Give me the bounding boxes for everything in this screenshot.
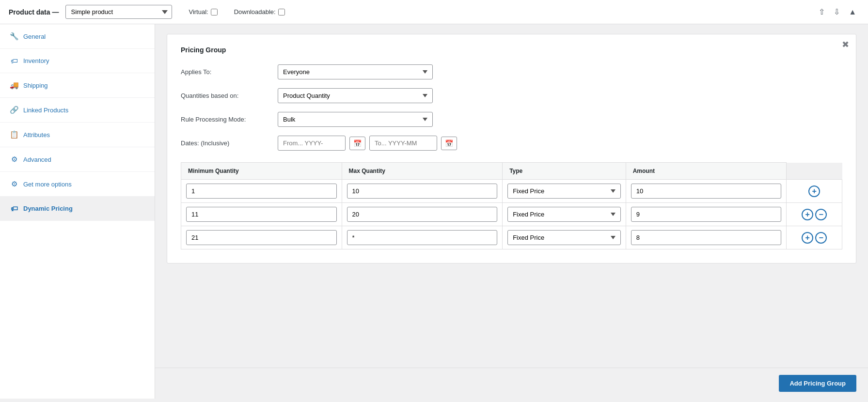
dates-row: Dates: (Inclusive) 📅 📅	[181, 136, 842, 151]
col-max-qty: Max Quantity	[342, 163, 503, 180]
applies-to-label: Applies To:	[181, 68, 278, 76]
sidebar-item-linked-products[interactable]: 🔗 Linked Products	[0, 98, 155, 123]
pricing-group-title: Pricing Group	[181, 46, 842, 54]
table-row: Fixed PricePercentagePrice Adjustment+−	[181, 226, 842, 249]
min-qty-input[interactable]	[186, 184, 337, 199]
type-select[interactable]: Fixed PricePercentagePrice Adjustment	[507, 184, 621, 199]
close-pricing-group-button[interactable]: ✖	[842, 40, 849, 49]
dynamic-pricing-icon: 🏷	[10, 204, 18, 213]
sidebar-label-dynamic-pricing: Dynamic Pricing	[23, 205, 73, 212]
row-actions-cell: +−	[787, 203, 842, 226]
attributes-icon: 📋	[10, 130, 18, 139]
bottom-bar: Add Pricing Group	[155, 368, 868, 399]
link-icon: 🔗	[10, 106, 18, 114]
row-actions-cell: +	[787, 180, 842, 203]
sidebar-item-dynamic-pricing[interactable]: 🏷 Dynamic Pricing	[0, 197, 155, 221]
product-data-label: Product data —	[9, 8, 59, 16]
col-actions	[787, 163, 842, 180]
main-layout: 🔧 General 🏷 Inventory 🚚 Shipping 🔗 Linke…	[0, 24, 868, 399]
inventory-icon: 🏷	[10, 57, 18, 65]
sidebar: 🔧 General 🏷 Inventory 🚚 Shipping 🔗 Linke…	[0, 24, 155, 399]
row-actions: +−	[791, 209, 837, 220]
wrench-icon: 🔧	[10, 32, 18, 41]
type-select[interactable]: Fixed PricePercentagePrice Adjustment	[507, 230, 621, 245]
table-row: Fixed PricePercentagePrice Adjustment+−	[181, 203, 842, 226]
sidebar-label-attributes: Attributes	[23, 131, 50, 139]
quantities-row: Quantities based on: Product Quantity Ca…	[181, 88, 842, 103]
remove-row-button[interactable]: −	[815, 232, 827, 244]
min-qty-input[interactable]	[186, 230, 337, 245]
downloadable-checkbox[interactable]	[278, 9, 285, 15]
calendar-from-button[interactable]: 📅	[349, 137, 365, 150]
sidebar-item-shipping[interactable]: 🚚 Shipping	[0, 73, 155, 98]
downloadable-checkbox-group: Downloadable:	[234, 8, 285, 15]
dates-label: Dates: (Inclusive)	[181, 139, 278, 147]
sidebar-item-general[interactable]: 🔧 General	[0, 24, 155, 49]
add-row-button[interactable]: +	[808, 186, 820, 197]
add-row-button[interactable]: +	[802, 232, 813, 244]
amount-input[interactable]	[631, 207, 782, 222]
col-amount: Amount	[626, 163, 787, 180]
row-actions: +	[791, 186, 837, 197]
row-actions: +−	[791, 232, 837, 244]
max-qty-input[interactable]	[347, 230, 498, 245]
sidebar-item-advanced[interactable]: ⚙ Advanced	[0, 147, 155, 172]
product-data-header: Product data — Simple productVariable pr…	[0, 0, 868, 24]
calendar-to-button[interactable]: 📅	[441, 137, 457, 150]
amount-input[interactable]	[631, 184, 782, 199]
sidebar-label-get-more-options: Get more options	[23, 181, 72, 188]
arrow-expand-button[interactable]: ▲	[846, 6, 859, 17]
add-pricing-group-button[interactable]: Add Pricing Group	[779, 375, 856, 392]
advanced-icon: ⚙	[10, 155, 18, 164]
max-qty-input[interactable]	[347, 207, 498, 222]
shipping-icon: 🚚	[10, 81, 18, 90]
col-type: Type	[503, 163, 626, 180]
amount-input[interactable]	[631, 230, 782, 245]
sidebar-label-linked-products: Linked Products	[23, 107, 68, 114]
table-row: Fixed PricePercentagePrice Adjustment+	[181, 180, 842, 203]
type-select[interactable]: Fixed PricePercentagePrice Adjustment	[507, 207, 621, 222]
row-actions-cell: +−	[787, 226, 842, 249]
quantities-select[interactable]: Product Quantity Cart Quantity	[278, 88, 433, 103]
rule-mode-label: Rule Processing Mode:	[181, 116, 278, 123]
min-qty-input[interactable]	[186, 207, 337, 222]
virtual-checkbox[interactable]	[211, 9, 218, 15]
max-qty-input[interactable]	[347, 184, 498, 199]
dates-group: 📅 📅	[278, 136, 457, 151]
rule-mode-select[interactable]: Bulk Tiered	[278, 112, 433, 127]
sidebar-item-get-more-options[interactable]: ⚙ Get more options	[0, 172, 155, 197]
sidebar-label-general: General	[23, 33, 46, 40]
applies-to-row: Applies To: Everyone Specific Roles Spec…	[181, 64, 842, 79]
sidebar-label-inventory: Inventory	[23, 57, 49, 64]
header-arrows: ⇧ ⇩ ▲	[816, 6, 859, 17]
date-to-input[interactable]	[369, 136, 437, 151]
sidebar-item-attributes[interactable]: 📋 Attributes	[0, 123, 155, 147]
date-from-input[interactable]	[278, 136, 346, 151]
remove-row-button[interactable]: −	[815, 209, 827, 220]
sidebar-label-advanced: Advanced	[23, 156, 51, 163]
sidebar-item-inventory[interactable]: 🏷 Inventory	[0, 49, 155, 73]
arrow-up-button[interactable]: ⇧	[816, 6, 828, 17]
options-icon: ⚙	[10, 180, 18, 188]
arrow-down-button[interactable]: ⇩	[831, 6, 843, 17]
content-area: Pricing Group ✖ Applies To: Everyone Spe…	[155, 24, 868, 368]
downloadable-label: Downloadable:	[234, 8, 276, 15]
virtual-label: Virtual:	[189, 8, 208, 15]
pricing-group-card: Pricing Group ✖ Applies To: Everyone Spe…	[167, 34, 856, 263]
add-row-button[interactable]: +	[802, 209, 813, 220]
col-min-qty: Minimum Quantity	[181, 163, 342, 180]
sidebar-label-shipping: Shipping	[23, 82, 48, 89]
virtual-checkbox-group: Virtual:	[189, 8, 217, 15]
rule-mode-row: Rule Processing Mode: Bulk Tiered	[181, 112, 842, 127]
applies-to-select[interactable]: Everyone Specific Roles Specific Users	[278, 64, 433, 79]
quantities-label: Quantities based on:	[181, 92, 278, 99]
product-type-select[interactable]: Simple productVariable productGrouped pr…	[65, 5, 172, 19]
pricing-table: Minimum Quantity Max Quantity Type Amoun…	[181, 162, 842, 249]
